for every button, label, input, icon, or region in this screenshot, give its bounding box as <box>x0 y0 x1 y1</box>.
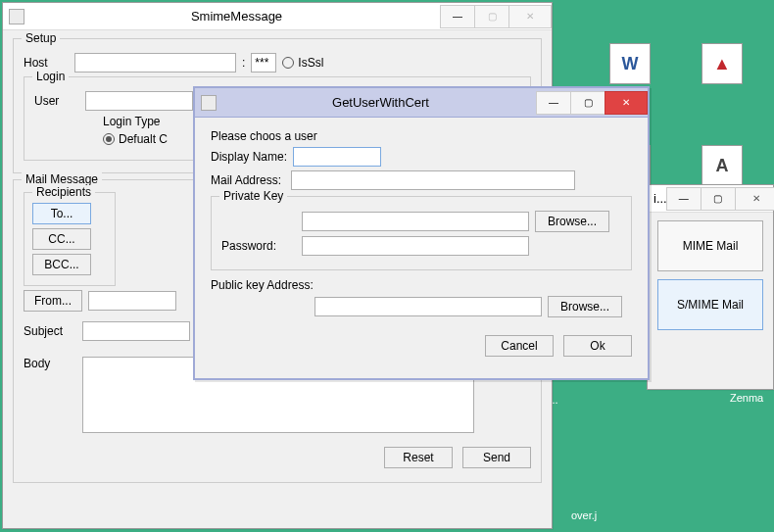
browse-private-key-button[interactable]: Browse... <box>535 211 609 232</box>
password-input[interactable] <box>302 236 529 256</box>
close-button[interactable] <box>735 187 774 211</box>
maximize-button[interactable] <box>474 5 509 28</box>
font-icon[interactable]: A <box>701 145 743 186</box>
login-legend: Login <box>32 70 69 83</box>
mail-address-label: Mail Address: <box>211 173 285 187</box>
word-icon[interactable]: W <box>609 43 651 84</box>
maximize-button[interactable] <box>570 91 605 115</box>
public-key-label: Public key Address: <box>211 278 314 292</box>
default-login-radio[interactable]: Defualt C <box>103 132 168 146</box>
radio-icon <box>282 57 294 69</box>
is-ssl-radio[interactable]: IsSsl <box>282 56 323 70</box>
setup-legend: Setup <box>22 31 60 45</box>
desktop-label: over.j <box>571 509 597 521</box>
login-type-label: Login Type <box>103 115 161 128</box>
radio-icon <box>103 133 115 145</box>
app-icon <box>201 95 217 111</box>
ok-button[interactable]: Ok <box>563 335 632 357</box>
smime-mail-button[interactable]: S/MIME Mail <box>657 279 763 330</box>
recipients-legend: Recipients <box>32 185 95 199</box>
bcc-button[interactable]: BCC... <box>32 254 91 275</box>
browse-public-key-button[interactable]: Browse... <box>548 296 622 317</box>
mail-message-legend: Mail Message <box>22 172 102 186</box>
desktop-label: Zenma <box>730 392 763 404</box>
app-icon <box>9 9 24 24</box>
window-title: SmimeMessage <box>32 9 441 24</box>
reset-button[interactable]: Reset <box>384 447 453 468</box>
close-button[interactable] <box>605 91 648 115</box>
window-title: i... <box>653 191 667 206</box>
password-label: Password: <box>221 239 296 253</box>
minimize-button[interactable] <box>440 5 475 28</box>
send-button[interactable]: Send <box>462 447 531 468</box>
cc-button[interactable]: CC... <box>32 228 91 250</box>
public-key-input[interactable] <box>314 297 542 316</box>
pdf-icon[interactable]: ▲ <box>701 43 743 84</box>
private-key-input[interactable] <box>302 212 529 231</box>
from-input[interactable] <box>88 291 176 311</box>
subject-label: Subject <box>24 324 76 338</box>
display-name-label: Display Name: <box>211 150 287 164</box>
body-label: Body <box>24 357 76 370</box>
mail-type-window: i... MIME Mail S/MIME Mail <box>647 184 774 390</box>
instruction-text: Please choos a user <box>211 129 317 143</box>
get-user-with-cert-dialog: GetUserWithCert Please choos a user Disp… <box>193 86 650 380</box>
private-key-legend: Private Key <box>219 189 287 203</box>
minimize-button[interactable] <box>536 91 571 115</box>
host-input[interactable] <box>74 53 236 73</box>
subject-input[interactable] <box>82 321 190 341</box>
display-name-input[interactable] <box>293 147 381 167</box>
mime-mail-button[interactable]: MIME Mail <box>657 220 763 271</box>
user-label: User <box>34 94 79 108</box>
cancel-button[interactable]: Cancel <box>485 335 554 357</box>
port-separator: : <box>242 56 245 70</box>
mail-address-input[interactable] <box>291 170 575 190</box>
user-input[interactable] <box>85 91 193 111</box>
to-button[interactable]: To... <box>32 203 91 224</box>
host-label: Host <box>24 56 69 70</box>
port-input[interactable] <box>251 53 276 73</box>
maximize-button[interactable] <box>701 187 736 211</box>
dialog-title: GetUserWithCert <box>224 95 537 110</box>
minimize-button[interactable] <box>666 187 701 211</box>
close-button[interactable] <box>508 5 552 28</box>
from-button[interactable]: From... <box>24 290 82 312</box>
